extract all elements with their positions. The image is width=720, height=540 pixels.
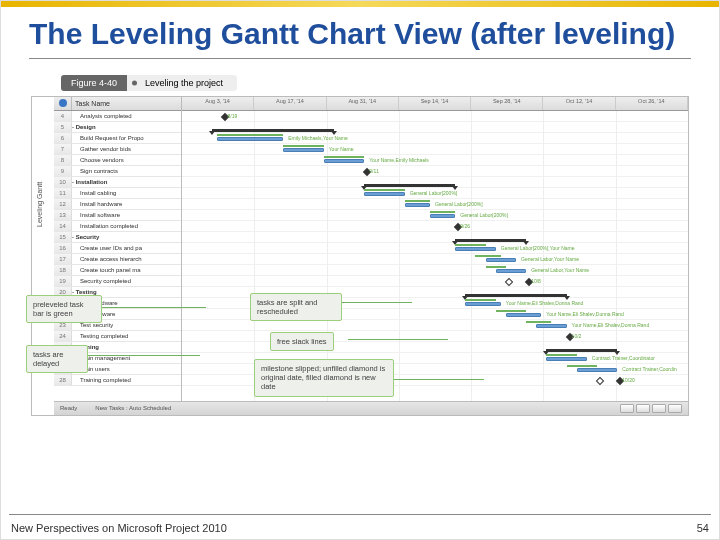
timeline-col: Oct 26, '14 [616,97,688,110]
gantt-row: 8/19 [182,111,688,122]
timeline-col: Oct 12, '14 [543,97,615,110]
task-row[interactable]: 5- Design [54,122,181,133]
row-number: 9 [54,166,72,176]
task-bar[interactable] [455,247,495,251]
task-bar[interactable] [486,258,516,262]
row-number: 12 [54,199,72,209]
task-bar[interactable] [364,192,404,196]
task-bar[interactable] [217,137,283,141]
task-row[interactable]: 28Training completed [54,375,181,386]
callout-delayed: tasks are delayed [26,345,88,374]
timeline-col: Sep 28, '14 [471,97,543,110]
preleveled-bar [465,299,495,301]
bar-label: Emily Michaels,Your Name [288,135,348,141]
view-button[interactable] [636,404,650,413]
figure-caption: Leveling the project [127,75,237,91]
screenshot-frame: Leveling Gantt Task Name 4Analysis compl… [31,96,689,416]
figure-number: Figure 4-40 [61,75,127,91]
preleveled-bar [475,255,500,257]
row-number: 15 [54,232,72,242]
row-number: 8 [54,155,72,165]
bar-label: General Labor,Your Name [531,267,589,273]
milestone-outline-icon [505,277,513,285]
task-bar[interactable] [496,269,526,273]
preleveled-bar [430,211,455,213]
preleveled-bar [486,266,506,268]
bar-label: General Labor[200%] [435,201,483,207]
timeline-col: Aug 31, '14 [327,97,399,110]
task-bar[interactable] [405,203,430,207]
task-row[interactable]: 13Install software [54,210,181,221]
task-row[interactable]: 24Testing completed [54,331,181,342]
view-button[interactable] [668,404,682,413]
task-name: Install cabling [72,188,181,198]
gantt-row: Your Name [182,144,688,155]
task-row[interactable]: 11Install cabling [54,188,181,199]
gantt-row: 10/8 [182,276,688,287]
row-number: 14 [54,221,72,231]
task-row[interactable]: 17Create access hierarch [54,254,181,265]
task-bar[interactable] [283,148,323,152]
row-number: 17 [54,254,72,264]
task-bar[interactable] [506,313,541,317]
bar-label: 10/2 [572,333,582,339]
callout-line [342,302,412,303]
task-row[interactable]: 18Create touch panel ma [54,265,181,276]
gantt-row: General Labor,Your Name [182,265,688,276]
task-name: Testing completed [72,331,181,341]
task-bar[interactable] [546,357,586,361]
bar-label: 10/20 [622,377,635,383]
task-bar[interactable] [430,214,455,218]
task-row[interactable]: 15- Security [54,232,181,243]
task-name: - Design [72,122,181,132]
callout-preleveled: preleveled task bar is green [26,295,102,324]
task-name: Training completed [72,375,181,385]
task-name: Security completed [72,276,181,286]
status-ready: Ready [60,405,77,411]
gantt-pane: Aug 3, '14Aug 17, '14Aug 31, '14Sep 14, … [182,97,688,401]
gantt-row: General Labor,Your Name [182,254,688,265]
preleveled-bar [455,244,485,246]
task-row[interactable]: 8Choose vendors [54,155,181,166]
task-header-row: Task Name [54,97,181,111]
task-row[interactable]: 10- Installation [54,177,181,188]
gantt-row: General Labor[200%] [182,199,688,210]
task-row[interactable]: 16Create user IDs and pa [54,243,181,254]
footer-text: New Perspectives on Microsoft Project 20… [11,522,227,534]
task-row[interactable]: 4Analysis completed [54,111,181,122]
task-row[interactable]: 12Install hardware [54,199,181,210]
task-bar[interactable] [577,368,617,372]
view-button[interactable] [652,404,666,413]
row-number: 11 [54,188,72,198]
task-row[interactable]: 6Build Request for Propo [54,133,181,144]
summary-bar [455,239,526,242]
preleveled-bar [567,365,597,367]
task-row[interactable]: 19Security completed [54,276,181,287]
task-bar[interactable] [465,302,500,306]
task-row[interactable]: 7Gather vendor bids [54,144,181,155]
view-button[interactable] [620,404,634,413]
task-bar[interactable] [536,324,566,328]
bar-label: 10/8 [531,278,541,284]
bar-label: General Labor,Your Name [521,256,579,262]
preleveled-bar [217,134,283,136]
gantt-row [182,342,688,353]
task-row[interactable]: 14Installation completed [54,221,181,232]
preleveled-bar [324,156,364,158]
bar-label: 9/11 [369,168,379,174]
footer-rule [9,514,711,515]
gantt-row: Your Name,Eli Shalev,Donna Rand [182,320,688,331]
task-name: Install software [72,210,181,220]
gantt-row: 9/26 [182,221,688,232]
vertical-tab-label: Leveling Gantt [36,181,43,226]
row-number: 18 [54,265,72,275]
row-number: 19 [54,276,72,286]
row-number: 28 [54,375,72,385]
row-number: 10 [54,177,72,187]
callout-line [394,379,484,380]
task-bar[interactable] [324,159,364,163]
preleveled-bar [546,354,576,356]
gantt-row: Emily Michaels,Your Name [182,133,688,144]
task-name: - Training [72,342,181,352]
task-row[interactable]: 9Sign contracts [54,166,181,177]
